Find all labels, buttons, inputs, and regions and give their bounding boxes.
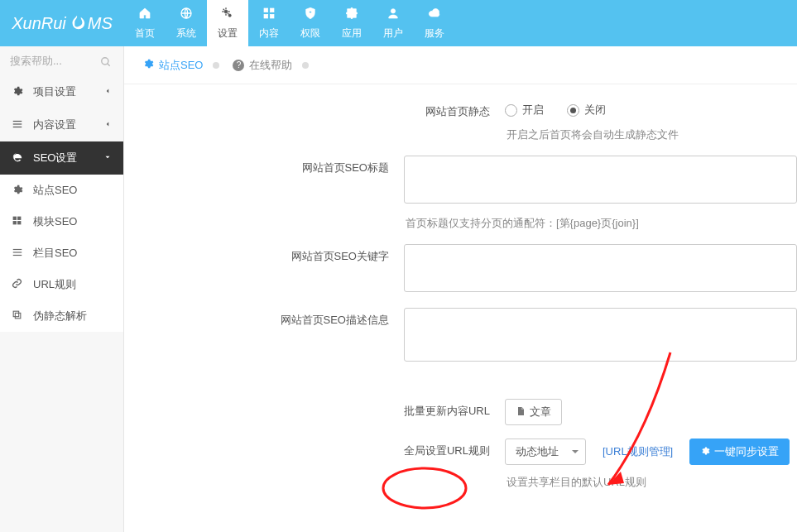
chevron-icon [103,87,112,97]
tab-online-help[interactable]: ? 在线帮助 [233,58,309,73]
batch-article-button[interactable]: 文章 [505,399,562,425]
svg-rect-6 [264,14,268,18]
list-icon [12,118,26,132]
field-help: 首页标题仅支持分页的通配符：[第{page}页{join}] [404,216,797,231]
gears-icon [221,7,234,23]
svg-rect-17 [13,221,17,224]
sidebar-submenu: 站点SEO模块SEO栏目SEOURL规则伪静态解析 [0,175,123,332]
document-icon [516,406,526,419]
svg-rect-20 [13,252,22,252]
sidebar-search [0,46,123,75]
content: 站点SEO ? 在线帮助 网站首页静态 开启 关闭 开启之后首页将会自动生成静态… [124,46,797,532]
topnav-label: 应用 [342,26,362,41]
submenu-item[interactable]: 模块SEO [0,206,123,237]
svg-point-0 [74,22,79,27]
radio-group-static: 开启 关闭 [505,99,797,117]
search-input[interactable] [10,55,113,67]
svg-line-11 [108,64,110,66]
topnav-home[interactable]: 首页 [124,0,166,46]
submenu-label: URL规则 [33,277,76,292]
search-icon[interactable] [100,56,112,70]
logo-flame-icon [68,14,86,32]
menu-label: SEO设置 [33,151,77,165]
field-help: 开启之后首页将会自动生成静态文件 [505,127,797,142]
clone-icon [12,309,26,323]
grid4-icon [12,215,26,228]
svg-point-9 [391,8,395,12]
svg-rect-14 [13,126,22,127]
topnav-cloud[interactable]: 服务 [414,0,455,46]
topnav-label: 服务 [425,26,444,41]
submenu-item[interactable]: 栏目SEO [0,237,123,269]
puzzle-icon [345,7,358,23]
submenu-item[interactable]: 伪静态解析 [0,300,123,332]
url-rule-select[interactable]: 动态地址 [505,439,586,465]
topnav-shield[interactable]: 权限 [290,0,331,46]
shield-icon [304,7,317,23]
tab-label: 站点SEO [159,58,203,73]
radio-open[interactable]: 开启 [505,103,544,117]
svg-point-2 [224,10,228,13]
svg-rect-19 [13,248,22,249]
topnav-user[interactable]: 用户 [372,0,414,46]
submenu-label: 伪静态解析 [33,309,87,324]
tab-dot-icon [213,62,219,69]
tab-dot-icon [302,62,309,69]
gear-icon [142,58,154,72]
submenu-label: 栏目SEO [33,246,77,261]
submenu-label: 站点SEO [33,183,77,198]
menu-group[interactable]: SEO设置 [0,141,123,175]
svg-rect-15 [13,217,17,220]
logo: XunRui MS [0,0,124,46]
topnav-globe[interactable]: 系统 [166,0,207,46]
content-tabs: 站点SEO ? 在线帮助 [124,46,797,84]
topnav-gears[interactable]: 设置 [207,0,248,46]
tab-label: 在线帮助 [249,58,292,73]
topnav-grid[interactable]: 内容 [248,0,290,46]
seo-title-input[interactable] [404,156,797,204]
topnav-puzzle[interactable]: 应用 [331,0,372,46]
row-batch-url: 批量更新内容URL 文章 [124,392,797,432]
gear-icon [12,85,26,99]
field-label: 网站首页静态 [124,99,505,142]
field-label: 网站首页SEO关键字 [124,244,404,295]
field-label: 批量更新内容URL [124,399,505,425]
svg-rect-22 [15,313,20,319]
radio-close[interactable]: 关闭 [567,103,606,117]
sidebar: 项目设置内容设置SEO设置 站点SEO模块SEO栏目SEOURL规则伪静态解析 [0,46,124,532]
topnav-label: 系统 [176,26,196,41]
row-home-static: 网站首页静态 开启 关闭 开启之后首页将会自动生成静态文件 [124,93,797,149]
svg-point-3 [228,14,231,17]
field-label: 网站首页SEO标题 [124,156,404,231]
submenu-item[interactable]: URL规则 [0,269,123,300]
sync-settings-button[interactable]: 一键同步设置 [689,439,790,465]
question-icon: ? [233,60,244,71]
menu-group[interactable]: 项目设置 [0,75,123,108]
seo-desc-input[interactable] [404,308,797,362]
user-icon [386,7,400,23]
list-icon [12,247,26,261]
submenu-item[interactable]: 站点SEO [0,175,123,206]
logo-text-1: XunRui [12,14,66,33]
topnav-label: 首页 [135,26,155,41]
menu-label: 内容设置 [33,117,76,132]
svg-rect-12 [13,120,22,121]
menu-group[interactable]: 内容设置 [0,108,123,141]
svg-rect-18 [17,221,21,224]
url-rule-manage-link[interactable]: [URL规则管理] [603,444,673,459]
chevron-icon [103,153,112,163]
topnav-label: 设置 [218,26,238,41]
row-seo-title: 网站首页SEO标题 首页标题仅支持分页的通配符：[第{page}页{join}] [124,149,797,237]
sidebar-menu: 项目设置内容设置SEO设置 [0,75,123,175]
tab-site-seo[interactable]: 站点SEO [142,58,219,73]
menu-label: 项目设置 [33,84,76,99]
chevron-icon [103,120,112,130]
svg-rect-5 [270,8,274,12]
svg-point-8 [310,11,312,13]
link-icon [12,278,26,291]
svg-rect-7 [270,14,274,18]
svg-point-10 [102,58,108,65]
svg-rect-21 [13,254,22,255]
logo-text-2: MS [88,14,113,33]
seo-keywords-input[interactable] [404,244,797,292]
